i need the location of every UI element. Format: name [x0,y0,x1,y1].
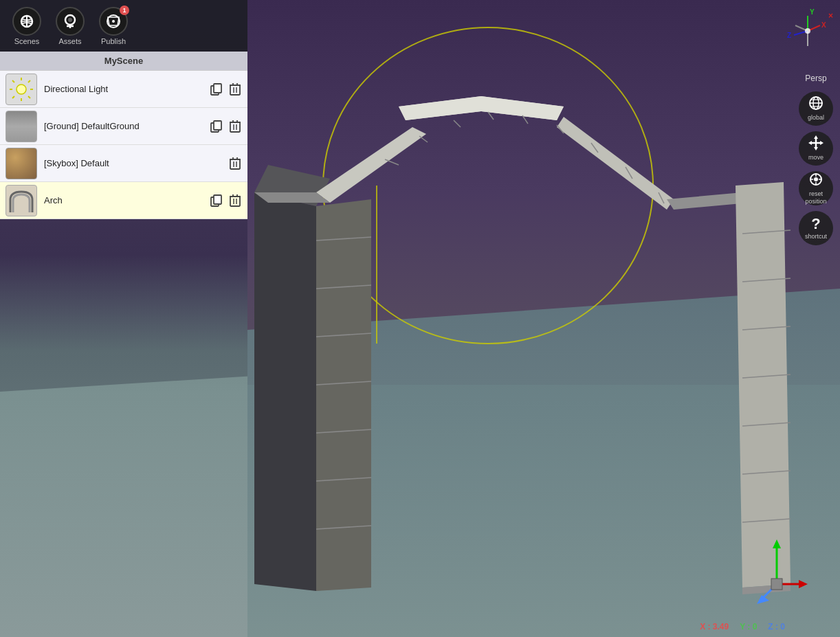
move-icon [808,135,824,153]
scenes-button[interactable]: Scenes [7,4,47,48]
scene-item-actions-directional-light [209,82,242,97]
reset-position-button[interactable]: reset position [799,171,833,205]
delete-skybox-button[interactable] [228,156,242,171]
svg-rect-90 [230,159,240,169]
scene-thumb-ground [5,111,37,142]
assets-icon [56,7,85,36]
scenes-label: Scenes [14,37,40,45]
delete-arch-button[interactable] [228,193,242,208]
coord-z: Z : 0 [768,622,785,632]
svg-line-70 [12,80,14,82]
svg-marker-111 [814,135,818,139]
svg-marker-4 [316,199,371,591]
scene-panel: MyScene Directional Light [0,52,247,219]
publish-badge: 1 [120,5,129,15]
publish-button[interactable]: 1 Publish [93,4,133,48]
duplicate-arch-button[interactable] [209,193,224,208]
scene-panel-title: MyScene [0,52,247,71]
svg-marker-12 [736,182,791,588]
svg-rect-84 [230,122,240,132]
svg-marker-112 [814,147,818,150]
scene-item-skybox[interactable]: [Skybox] Default [0,145,247,182]
shortcut-button[interactable]: ? shortcut [799,211,833,245]
toolbar: Scenes Assets 1 Publish [0,0,247,52]
svg-line-71 [28,96,30,98]
svg-line-72 [28,80,30,82]
svg-rect-76 [230,85,240,95]
coord-x: X : 3.49 [700,622,729,632]
scene-item-name-directional-light: Directional Light [44,84,209,94]
reset-position-icon [808,172,824,189]
scene-item-ground[interactable]: [Ground] DefaultGround [0,108,247,145]
svg-marker-3 [254,192,316,591]
shortcut-icon: ? [811,216,820,232]
svg-point-64 [112,20,115,23]
assets-button[interactable]: Assets [50,4,90,48]
svg-marker-113 [808,141,812,145]
svg-rect-75 [214,84,221,93]
svg-point-61 [68,18,72,22]
svg-marker-114 [820,141,824,145]
svg-point-65 [16,85,26,94]
svg-rect-97 [214,195,221,204]
publish-label: Publish [101,37,126,45]
shortcut-label: shortcut [805,233,827,241]
coordinates-display: X : 3.49 Y : 0 Z : 0 [700,622,785,632]
scenes-icon [12,7,41,36]
scene-thumb-directional-light [5,74,37,105]
svg-line-73 [12,96,14,98]
scene-thumb-arch [5,185,37,216]
scene-thumb-skybox [5,148,37,179]
svg-rect-44 [771,579,782,590]
svg-text:Z: Z [787,32,791,39]
assets-label: Assets [58,37,81,45]
scene-item-name-arch: Arch [44,195,209,205]
scene-item-name-skybox: [Skybox] Default [44,158,228,168]
scene-item-actions-ground [209,119,242,134]
scene-item-actions-arch [209,193,242,208]
publish-icon: 1 [99,7,128,36]
svg-rect-98 [230,197,240,206]
delete-ground-button[interactable] [228,119,242,134]
scene-item-arch[interactable]: Arch [0,182,247,219]
global-icon [808,96,824,113]
reset-position-label: reset position [805,190,826,205]
persp-label: Persp [805,74,826,83]
scene-item-name-ground: [Ground] DefaultGround [44,121,209,131]
scene-item-actions-skybox [228,156,242,171]
global-label: global [808,114,824,122]
right-toolbar: Persp global move [792,0,840,637]
duplicate-directional-light-button[interactable] [209,82,224,97]
scene-item-directional-light[interactable]: Directional Light [0,71,247,108]
coord-y: Y : 0 [740,622,757,632]
duplicate-ground-button[interactable] [209,119,224,134]
move-label: move [808,154,824,161]
global-button[interactable]: global [799,91,833,126]
move-button[interactable]: move [799,131,833,166]
svg-point-116 [814,177,818,181]
delete-directional-light-button[interactable] [228,82,242,97]
svg-rect-83 [214,121,221,130]
